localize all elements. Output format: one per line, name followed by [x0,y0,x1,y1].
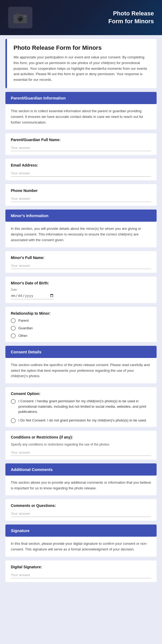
question-consent-option: Consent Option: I Consent: I hereby gran… [5,387,157,427]
label-digital-signature: Digital Signature: [11,565,151,569]
input-phone[interactable] [11,195,151,202]
section-desc-comments: This section allows you to provide any a… [5,476,157,496]
question-email: Email Address: [5,159,157,180]
input-minor-name[interactable] [11,263,151,269]
question-minor-dob: Minor's Date of Birth: Date [5,277,157,303]
camera-decoration [8,7,32,28]
form-main-title: Photo Release Form for Minors [14,44,150,51]
section-header-consent: Consent Details [5,346,157,358]
label-minor-name: Minor's Full Name: [11,255,151,260]
svg-rect-1 [16,13,21,15]
date-input-area: Date [11,288,151,299]
label-email: Email Address: [11,163,151,167]
question-parent-name: Parent/Guardian Full Name: [5,133,157,155]
section-header-comments: Additional Comments [5,463,157,476]
input-digital-signature[interactable] [11,572,151,578]
section-title-minor-info: Minor's Information [11,213,151,218]
svg-point-5 [19,17,20,18]
input-minor-dob[interactable] [11,292,54,299]
section-desc-text-comments: This section allows you to provide any a… [11,480,151,491]
section-title-comments: Additional Comments [11,467,151,472]
input-email[interactable] [11,170,151,177]
question-phone: Phone Number [5,184,157,206]
label-conditions: Conditions or Restrictions (if any): [11,435,151,439]
radio-parent[interactable]: Parent [11,318,151,323]
radio-label-parent: Parent [18,318,29,323]
label-phone: Phone Number [11,188,151,193]
relationship-radio-group: Parent Guardian Other: [11,318,151,338]
camera-icon [12,11,28,24]
form-description: We appreciate your participation in our … [14,55,150,83]
radio-i-consent[interactable]: I Consent: I hereby grant permission for… [11,399,151,414]
question-comments: Comments or Questions: [5,499,157,521]
svg-rect-6 [24,16,26,17]
main-content: Photo Release Form for Minors We appreci… [0,39,162,590]
radio-label-guardian: Guardian [18,326,33,330]
input-parent-name[interactable] [11,145,151,151]
radio-circle-i-consent [11,399,16,404]
section-desc-signature: In this final section, please provide yo… [5,537,157,557]
radio-circle-other [11,333,16,338]
label-consent-option: Consent Option: [11,391,151,396]
header-title: Photo Release Form for Minors [108,10,154,25]
section-desc-minor-info: In this section, you will provide detail… [5,222,157,247]
section-header-minor-info: Minor's Information [5,210,157,222]
consent-radio-group: I Consent: I hereby grant permission for… [11,399,151,423]
label-parent-name: Parent/Guardian Full Name: [11,138,151,142]
radio-other[interactable]: Other: [11,333,151,338]
form-title-card: Photo Release Form for Minors We appreci… [5,39,157,88]
section-desc-text-minor-info: In this section, you will provide detail… [11,226,151,243]
section-desc-parent-info: This section is to collect essential inf… [5,104,157,130]
radio-circle-parent [11,318,16,323]
consent-option-label-yes: I Consent: I hereby grant permission for… [18,399,151,414]
label-relationship: Relationship to Minor: [11,311,151,316]
label-minor-dob: Minor's Date of Birth: [11,281,151,285]
section-title-consent: Consent Details [11,350,151,354]
radio-guardian[interactable]: Guardian [11,326,151,331]
section-desc-text-signature: In this final section, please provide yo… [11,541,151,552]
input-comments[interactable] [11,510,151,517]
radio-circle-no-consent [11,418,16,423]
section-desc-consent: This section outlines the specifics of t… [5,358,157,383]
question-digital-signature: Digital Signature: [5,560,157,582]
section-title-parent-info: Parent/Guardian Information [11,96,151,100]
question-relationship: Relationship to Minor: Parent Guardian O… [5,307,157,342]
radio-circle-guardian [11,326,16,331]
consent-option-label-no: I Do Not Consent: I do not grant permiss… [18,418,147,423]
input-conditions[interactable] [11,449,151,456]
question-minor-name: Minor's Full Name: [5,251,157,273]
date-label-small: Date [11,288,151,291]
section-desc-text-consent: This section outlines the specifics of t… [11,362,151,379]
question-conditions: Conditions or Restrictions (if any): Spe… [5,431,157,460]
header-banner: Photo Release Form for Minors [0,0,162,35]
radio-label-other: Other: [18,334,28,338]
section-header-signature: Signature [5,525,157,537]
radio-no-consent[interactable]: I Do Not Consent: I do not grant permiss… [11,418,151,423]
section-title-signature: Signature [11,528,151,533]
section-header-parent-info: Parent/Guardian Information [5,92,157,104]
conditions-sublabel: Specify any conditions or restrictions r… [11,442,151,447]
label-comments: Comments or Questions: [11,503,151,508]
section-desc-text-parent-info: This section is to collect essential inf… [11,108,151,125]
